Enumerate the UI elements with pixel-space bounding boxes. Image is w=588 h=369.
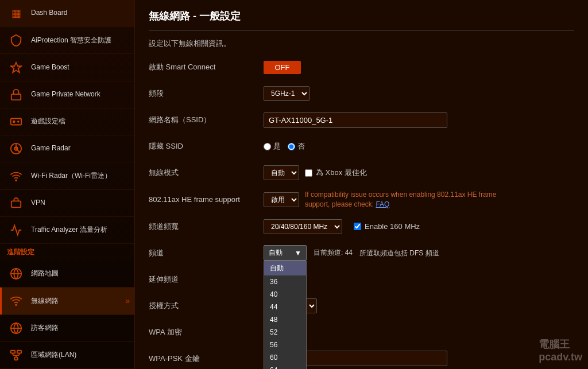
- dropdown-arrow-icon: ▼: [295, 249, 301, 257]
- sidebar-item-gamesettings[interactable]: 遊戲設定檔: [0, 108, 134, 135]
- sidebar-item-gameradar[interactable]: Game Radar: [0, 135, 134, 162]
- wpa-psk-label: WPA-PSK 金鑰: [149, 354, 264, 364]
- sidebar-item-lan[interactable]: 區域網路(LAN): [0, 342, 134, 369]
- channel-selected[interactable]: 自動 ▼: [264, 245, 307, 261]
- hide-ssid-no-text: 否: [297, 141, 305, 152]
- xbox-checkbox-label[interactable]: 為 Xbox 最佳化: [305, 168, 367, 178]
- aiprotection-icon: [7, 31, 25, 49]
- ext-channel-label: 延伸頻道: [149, 274, 264, 285]
- frequency-select[interactable]: 5GHz-1 2.4GHz 5GHz-2: [264, 86, 310, 101]
- hide-ssid-label: 隱藏 SSID: [149, 141, 264, 152]
- sidebar-item-aiprotection[interactable]: AiProtection 智慧安全防護: [0, 27, 134, 54]
- ssid-input[interactable]: [264, 112, 447, 128]
- smart-connect-toggle[interactable]: OFF: [264, 61, 301, 74]
- gameradar-icon: [7, 139, 25, 158]
- enable-160-label[interactable]: Enable 160 MHz: [354, 222, 420, 231]
- channel-option-48[interactable]: 48: [264, 313, 306, 326]
- channel-dropdown-container: 自動 ▼ 自動 36 40 44 48 52 56 60 64: [264, 245, 307, 261]
- xbox-label-text: 為 Xbox 最佳化: [316, 168, 367, 178]
- gameboost-icon: [7, 59, 25, 77]
- sidebar-item-gameprivatenetwork[interactable]: Game Private Network: [0, 81, 134, 108]
- sidebar-item-guestnetwork[interactable]: 訪客網路: [0, 315, 134, 342]
- gamesettings-icon: [7, 112, 25, 131]
- dashboard-icon: ▦: [7, 4, 25, 22]
- guestnetwork-icon: [7, 319, 25, 337]
- auth-method-control: Personal Enterprise: [264, 298, 574, 313]
- channel-control: 自動 ▼ 自動 36 40 44 48 52 56 60 64 目前頻道: 44…: [264, 245, 574, 261]
- channel-dfs-note: 所選取頻道包括 DFS 頻道: [359, 248, 439, 258]
- ext-channel-row: 延伸頻道: [149, 270, 574, 289]
- bandwidth-select[interactable]: 20/40/80/160 MHz 20/40/80 MHz 20/40 MHz …: [264, 219, 342, 234]
- svg-rect-9: [11, 201, 21, 207]
- svg-rect-0: [11, 94, 21, 100]
- hide-ssid-no-label[interactable]: 否: [288, 141, 305, 152]
- channel-option-52[interactable]: 52: [264, 326, 306, 339]
- channel-option-60[interactable]: 60: [264, 351, 306, 364]
- sidebar-label-lan: 區域網路(LAN): [31, 351, 76, 360]
- trafficanalyzer-icon: [7, 221, 25, 239]
- he-frame-select[interactable]: 啟用 停用: [264, 192, 299, 207]
- bandwidth-row: 頻道頻寬 20/40/80/160 MHz 20/40/80 MHz 20/40…: [149, 217, 574, 236]
- hide-ssid-yes-radio[interactable]: [264, 143, 271, 150]
- frequency-label: 頻段: [149, 88, 264, 99]
- wpa-psk-row: WPA-PSK 金鑰: [149, 349, 574, 368]
- sidebar-item-gameboost[interactable]: Game Boost: [0, 54, 134, 81]
- ssid-label: 網路名稱（SSID）: [149, 115, 264, 125]
- sidebar-label-wifiradar: Wi-Fi Radar（Wi-Fi雷達）: [31, 172, 111, 181]
- sidebar-label-guestnetwork: 訪客網路: [31, 324, 59, 333]
- channel-label: 頻道: [149, 248, 264, 258]
- bandwidth-label: 頻道頻寬: [149, 222, 264, 232]
- enable-160-text: Enable 160 MHz: [365, 222, 420, 231]
- hide-ssid-no-radio[interactable]: [288, 143, 295, 150]
- sidebar-label-gameprivatenetwork: Game Private Network: [31, 90, 100, 99]
- enable-160-checkbox[interactable]: [354, 223, 361, 230]
- sidebar-item-networkmap[interactable]: 網路地圖: [0, 261, 134, 288]
- faq-link[interactable]: FAQ: [376, 200, 389, 208]
- wireless-mode-select[interactable]: 自動: [264, 165, 299, 180]
- svg-rect-15: [11, 351, 15, 354]
- auth-method-label: 授權方式: [149, 301, 264, 311]
- page-title: 無線網路 - 一般設定: [149, 9, 574, 23]
- sidebar-item-wireless[interactable]: 無線網路 »: [0, 288, 134, 314]
- wifiradar-icon: [7, 167, 25, 185]
- frequency-row: 頻段 5GHz-1 2.4GHz 5GHz-2: [149, 84, 574, 103]
- channel-dropdown-list[interactable]: 自動 36 40 44 48 52 56 60 64: [264, 261, 307, 369]
- channel-option-36[interactable]: 36: [264, 275, 306, 288]
- smart-connect-row: 啟動 Smart Connect OFF: [149, 58, 574, 76]
- vpn-icon: [7, 194, 25, 212]
- sidebar-label-aiprotection: AiProtection 智慧安全防護: [31, 36, 111, 45]
- title-divider: [149, 30, 574, 30]
- sidebar-item-vpn[interactable]: VPN: [0, 190, 134, 217]
- wpa-encrypt-row: WPA 加密 AES TKIP: [149, 323, 574, 341]
- channel-option-64[interactable]: 64: [264, 364, 306, 369]
- wpa-encrypt-control: AES TKIP: [264, 325, 574, 340]
- channel-option-auto[interactable]: 自動: [264, 261, 306, 275]
- ext-channel-control: [264, 272, 574, 287]
- sidebar-label-dashboard: Dash Board: [31, 9, 67, 18]
- page-subtitle: 設定以下無線相關資訊。: [149, 38, 574, 49]
- channel-row: 頻道 自動 ▼ 自動 36 40 44 48 52 56 60 64: [149, 244, 574, 262]
- svg-point-8: [16, 180, 17, 181]
- hide-ssid-yes-label[interactable]: 是: [264, 141, 281, 152]
- sidebar-label-gameboost: Game Boost: [31, 63, 69, 72]
- hide-ssid-radio-group: 是 否: [264, 141, 305, 152]
- frequency-control: 5GHz-1 2.4GHz 5GHz-2: [264, 86, 574, 101]
- svg-rect-20: [17, 351, 21, 354]
- channel-option-56[interactable]: 56: [264, 339, 306, 351]
- sidebar-label-gameradar: Game Radar: [31, 144, 71, 153]
- networkmap-icon: [7, 265, 25, 283]
- svg-rect-16: [14, 358, 18, 360]
- wireless-mode-control: 自動 為 Xbox 最佳化: [264, 165, 574, 180]
- wpa-encrypt-label: WPA 加密: [149, 327, 264, 337]
- sidebar-item-trafficanalyzer[interactable]: Traffic Analyzer 流量分析: [0, 217, 134, 244]
- hide-ssid-control: 是 否: [264, 141, 574, 152]
- smart-connect-label: 啟動 Smart Connect: [149, 62, 264, 72]
- xbox-checkbox[interactable]: [305, 169, 312, 177]
- sidebar-item-dashboard[interactable]: ▦ Dash Board: [0, 0, 134, 27]
- sidebar-label-vpn: VPN: [31, 199, 45, 208]
- sidebar-item-wifiradar[interactable]: Wi-Fi Radar（Wi-Fi雷達）: [0, 162, 134, 189]
- wpa-psk-control: [264, 351, 574, 366]
- channel-option-40[interactable]: 40: [264, 288, 306, 301]
- channel-option-44[interactable]: 44: [264, 301, 306, 313]
- wireless-arrow-icon: »: [125, 296, 130, 305]
